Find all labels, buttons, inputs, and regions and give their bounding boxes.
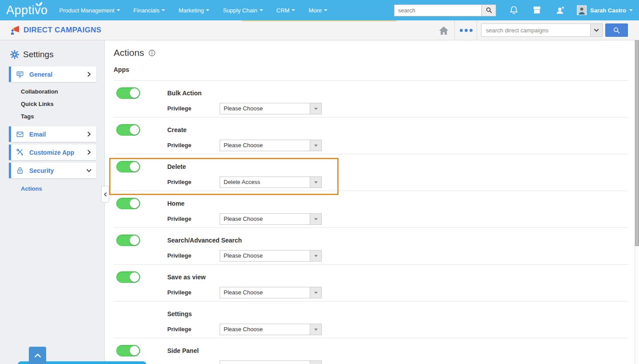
tools-icon xyxy=(16,149,24,157)
action-row-search-advanced-search: Search/Advanced Search Privilege Please … xyxy=(114,228,628,265)
page-title: Actions xyxy=(114,47,144,58)
toggle-on[interactable] xyxy=(116,87,140,99)
app-search-input[interactable] xyxy=(481,23,590,37)
scrollbar-track[interactable] xyxy=(635,40,639,364)
toggle-on[interactable] xyxy=(116,271,140,283)
caret-down-icon[interactable] xyxy=(629,9,633,11)
privilege-value: Please Choose xyxy=(220,361,310,364)
scroll-to-top-button[interactable] xyxy=(29,347,46,364)
toggle-knob xyxy=(130,162,139,172)
app-title: DIRECT CAMPAIGNS xyxy=(24,26,101,35)
privilege-value: Please Choose xyxy=(220,103,310,114)
user-name[interactable]: Sarah Castro xyxy=(590,7,626,14)
sidebar-item-general[interactable]: General xyxy=(9,67,96,82)
chevron-right-icon xyxy=(86,149,92,155)
sidebar-item-actions[interactable]: Actions xyxy=(21,185,42,192)
nav-product-management[interactable]: Product Management xyxy=(59,7,120,14)
select-arrow-icon xyxy=(310,324,321,335)
caret-down-icon xyxy=(324,9,327,11)
bell-icon xyxy=(509,5,519,15)
toggle-knob xyxy=(130,88,139,98)
caret-down-icon xyxy=(206,9,209,11)
toggle-on[interactable] xyxy=(116,124,140,136)
privilege-select[interactable]: Please Choose xyxy=(220,213,322,225)
toggle-knob xyxy=(130,125,139,135)
app-header-bar: DIRECT CAMPAIGNS xyxy=(0,20,639,40)
sidebar-item-customize-app[interactable]: Customize App xyxy=(9,145,96,160)
privilege-select[interactable]: Please Choose xyxy=(220,140,322,151)
action-rows: Bulk Action Privilege Please Choose Crea… xyxy=(114,81,628,364)
sidebar-item-email[interactable]: Email xyxy=(9,126,96,142)
toggle-on[interactable] xyxy=(116,161,140,172)
action-row-side-panel: Side Panel Privilege Please Choose xyxy=(114,338,628,364)
nav-supply-chain[interactable]: Supply Chain xyxy=(223,7,263,14)
avatar[interactable] xyxy=(577,5,587,15)
privilege-select[interactable]: Please Choose xyxy=(220,360,322,364)
privilege-value: Delete Access xyxy=(220,177,310,188)
select-arrow-icon xyxy=(310,177,321,188)
privilege-label: Privilege xyxy=(167,250,191,262)
caret-down-icon xyxy=(162,9,165,11)
global-search-input[interactable] xyxy=(394,5,481,16)
action-label: Create xyxy=(167,124,187,136)
privilege-label: Privilege xyxy=(167,324,191,335)
app-store-button[interactable] xyxy=(532,5,542,16)
apptivo-logo[interactable]: Apptivo xyxy=(6,4,48,17)
sidebar-item-security[interactable]: Security xyxy=(9,163,96,178)
home-button[interactable] xyxy=(438,24,450,37)
toggle-on[interactable] xyxy=(116,235,140,246)
referrals-button[interactable] xyxy=(555,5,565,16)
privilege-value: Please Choose xyxy=(220,287,310,298)
sidebar-item-label: Email xyxy=(29,131,46,138)
nav-marketing[interactable]: Marketing xyxy=(178,7,209,14)
nav-financials[interactable]: Financials xyxy=(134,7,166,14)
search-options-dropdown[interactable] xyxy=(590,23,603,37)
sidebar-item-quick-links[interactable]: Quick Links xyxy=(21,101,54,107)
privilege-select[interactable]: Please Choose xyxy=(220,287,322,298)
action-row-bulk-action: Bulk Action Privilege Please Choose xyxy=(114,81,628,117)
divider xyxy=(477,20,477,40)
toggle-knob xyxy=(130,346,139,356)
home-icon xyxy=(438,24,450,37)
action-row-settings: Settings Privilege Please Choose xyxy=(114,301,628,338)
toggle-on[interactable] xyxy=(116,345,140,356)
info-icon[interactable] xyxy=(148,49,156,57)
sidebar-item-label: Customize App xyxy=(29,149,74,156)
action-label: Delete xyxy=(167,161,186,172)
sidebar-item-collaboration[interactable]: Collaboration xyxy=(21,88,58,95)
global-search-button[interactable] xyxy=(481,5,496,16)
privilege-select[interactable]: Please Choose xyxy=(220,103,322,114)
privilege-select[interactable]: Please Choose xyxy=(220,250,322,262)
caret-down-icon xyxy=(117,9,120,11)
nav-crm[interactable]: CRM xyxy=(276,7,296,14)
privilege-select[interactable]: Please Choose xyxy=(220,324,322,335)
ellipsis-icon xyxy=(469,29,473,32)
chevron-right-icon xyxy=(86,71,92,77)
ellipsis-icon xyxy=(460,29,463,32)
display-icon xyxy=(16,70,24,78)
select-arrow-icon xyxy=(310,250,321,261)
chevron-down-icon xyxy=(593,27,600,33)
app-search xyxy=(481,23,603,37)
sidebar-item-tags[interactable]: Tags xyxy=(21,113,34,120)
privilege-value: Please Choose xyxy=(220,250,310,261)
sidebar-collapse-button[interactable] xyxy=(101,186,109,203)
action-label: Side Panel xyxy=(167,345,199,356)
more-options-button[interactable] xyxy=(460,29,473,32)
privilege-select[interactable]: Delete Access xyxy=(220,176,322,188)
action-row-create: Create Privilege Please Choose xyxy=(114,117,628,154)
envelope-icon xyxy=(16,130,24,138)
ellipsis-icon xyxy=(465,29,468,32)
search-icon xyxy=(613,27,620,34)
main-nav: Product Management Financials Marketing … xyxy=(59,7,327,14)
store-icon xyxy=(532,5,542,15)
scrollbar-thumb[interactable] xyxy=(635,40,639,246)
action-row-save-as-view: Save as view Privilege Please Choose xyxy=(114,265,628,301)
nav-more[interactable]: More xyxy=(308,7,327,14)
toggle-on[interactable] xyxy=(116,198,140,209)
topbar-right-controls: Sarah Castro xyxy=(394,0,633,20)
notifications-button[interactable] xyxy=(509,5,519,16)
select-arrow-icon xyxy=(310,361,321,364)
campaign-megaphone-icon xyxy=(10,25,20,35)
app-search-button[interactable] xyxy=(605,23,628,37)
